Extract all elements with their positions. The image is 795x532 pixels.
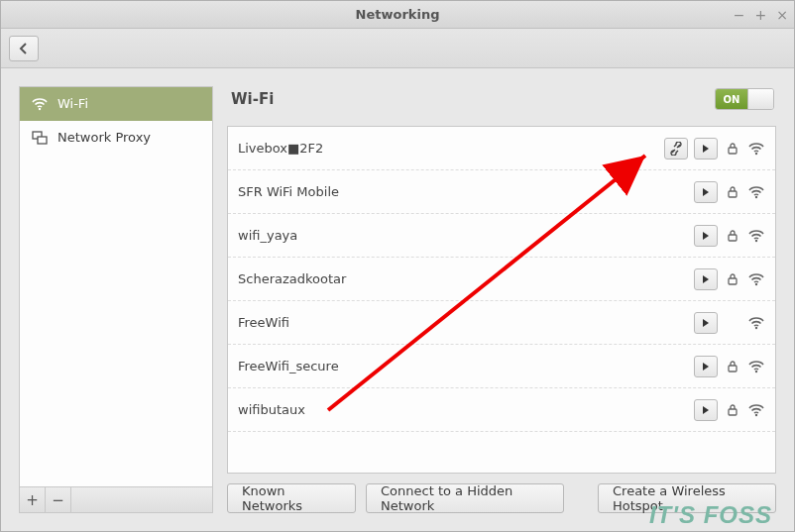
connect-button[interactable] (694, 138, 718, 160)
panel-heading: Wi-Fi (231, 90, 274, 108)
connect-button[interactable] (694, 399, 718, 421)
connect-button[interactable] (694, 312, 718, 334)
network-row[interactable]: FreeWifi (228, 301, 775, 345)
signal-icon (747, 314, 765, 332)
svg-point-6 (755, 195, 757, 197)
toggle-knob (747, 89, 773, 109)
signal-icon (747, 358, 765, 375)
connect-button[interactable] (694, 225, 718, 247)
network-name: FreeWifi (238, 315, 694, 330)
play-icon (701, 274, 711, 284)
lock-icon (724, 183, 741, 201)
svg-rect-3 (729, 148, 737, 154)
play-icon (701, 144, 711, 154)
network-list: Livebox■2F2SFR WiFi Mobilewifi_yayaScher… (227, 126, 776, 474)
svg-point-11 (755, 326, 757, 328)
proxy-icon (32, 130, 48, 146)
svg-rect-12 (729, 366, 737, 372)
back-arrow-icon (17, 42, 31, 55)
toolbar (1, 29, 794, 68)
titlebar: Networking − + × (1, 1, 794, 29)
wifi-icon (32, 96, 48, 112)
sidebar-item-label: Wi-Fi (57, 96, 88, 111)
signal-icon (747, 270, 765, 288)
network-name: wifibutaux (238, 402, 694, 417)
svg-rect-7 (729, 235, 737, 241)
connect-button[interactable] (694, 268, 718, 290)
play-icon (701, 405, 711, 415)
signal-icon (747, 227, 765, 245)
signal-icon (747, 140, 765, 158)
sidebar: Wi-Fi Network Proxy (19, 86, 213, 487)
maximize-icon[interactable]: + (755, 7, 767, 23)
lock-icon (724, 140, 741, 158)
svg-rect-5 (729, 191, 737, 197)
svg-rect-2 (38, 137, 47, 144)
svg-point-8 (755, 239, 757, 241)
connect-button[interactable] (694, 181, 718, 203)
lock-icon (724, 358, 741, 375)
wrench-icon (669, 142, 683, 156)
network-name: FreeWifi_secure (238, 359, 694, 373)
minimize-icon[interactable]: − (734, 7, 745, 23)
lock-icon (724, 401, 741, 419)
network-row[interactable]: Livebox■2F2 (228, 127, 775, 170)
back-button[interactable] (9, 36, 39, 61)
signal-icon (747, 401, 765, 419)
play-icon (701, 362, 711, 372)
remove-button[interactable]: − (46, 487, 71, 513)
toggle-on-label: ON (716, 89, 747, 109)
network-row[interactable]: Scherazadkootar (228, 258, 775, 301)
add-button[interactable]: + (20, 487, 46, 513)
window-title: Networking (356, 7, 440, 22)
sidebar-item-wifi[interactable]: Wi-Fi (20, 87, 212, 121)
svg-rect-9 (729, 278, 737, 284)
network-row[interactable]: SFR WiFi Mobile (228, 170, 775, 214)
svg-point-13 (755, 370, 757, 372)
lock-icon (724, 270, 741, 288)
network-row[interactable]: wifibutaux (228, 388, 775, 432)
svg-point-0 (39, 107, 41, 109)
play-icon (701, 231, 711, 241)
svg-point-4 (755, 152, 757, 154)
network-name: wifi_yaya (238, 228, 694, 243)
sidebar-item-label: Network Proxy (57, 130, 151, 145)
wifi-toggle[interactable]: ON (715, 88, 774, 110)
lock-icon (724, 227, 741, 245)
signal-icon (747, 183, 765, 201)
play-icon (701, 318, 711, 328)
network-name: Scherazadkootar (238, 271, 694, 286)
svg-point-15 (755, 413, 757, 415)
network-name: SFR WiFi Mobile (238, 184, 694, 199)
sidebar-footer: + − (19, 487, 213, 513)
close-icon[interactable]: × (776, 7, 788, 23)
network-name: Livebox■2F2 (238, 141, 664, 156)
network-row[interactable]: wifi_yaya (228, 214, 775, 258)
play-icon (701, 187, 711, 197)
svg-point-10 (755, 282, 757, 284)
connect-hidden-button[interactable]: Connect to a Hidden Network (366, 483, 564, 513)
connect-button[interactable] (694, 356, 718, 377)
known-networks-button[interactable]: Known Networks (227, 483, 356, 513)
sidebar-item-proxy[interactable]: Network Proxy (20, 121, 212, 155)
create-hotspot-button[interactable]: Create a Wireless Hotspot (598, 483, 776, 513)
settings-button[interactable] (664, 138, 688, 160)
network-row[interactable]: FreeWifi_secure (228, 345, 775, 388)
svg-rect-14 (729, 409, 737, 415)
